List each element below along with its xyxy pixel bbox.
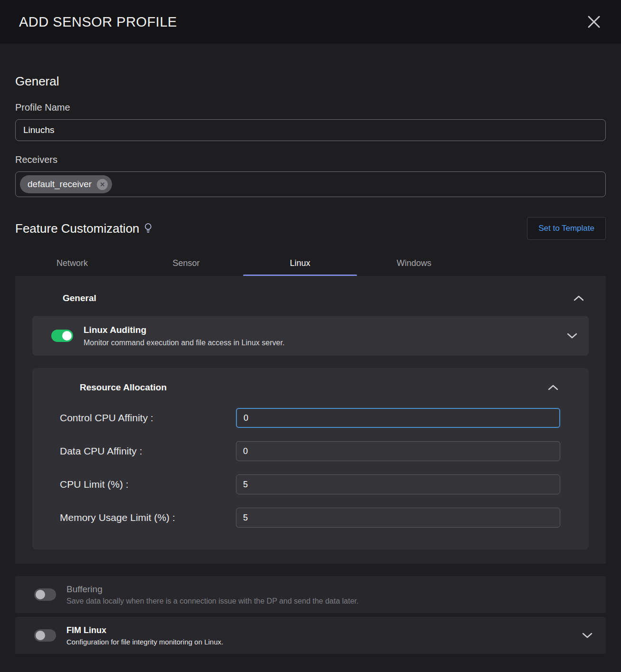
data-cpu-affinity-input[interactable] xyxy=(236,441,560,461)
linux-auditing-toggle[interactable] xyxy=(51,330,73,342)
feature-tabs: Network Sensor Linux Windows xyxy=(15,251,606,276)
cpu-limit-label: CPU Limit (%) : xyxy=(60,479,236,490)
chevron-up-icon xyxy=(548,384,558,391)
feature-customization-row: Feature Customization Set to Template xyxy=(15,217,606,240)
modal-body: General Profile Name Receivers default_r… xyxy=(0,74,621,654)
linux-auditing-card: Linux Auditing Monitor command execution… xyxy=(32,316,589,356)
linux-tab-panel: General Linux Auditing Monitor command e… xyxy=(15,276,606,564)
resource-allocation-title: Resource Allocation xyxy=(80,382,167,393)
tab-windows[interactable]: Windows xyxy=(357,251,471,276)
profile-name-label: Profile Name xyxy=(15,102,606,113)
expand-fim-linux-button[interactable] xyxy=(580,628,594,643)
buffering-title: Buffering xyxy=(66,584,594,595)
tab-network[interactable]: Network xyxy=(15,251,129,276)
linux-auditing-description: Monitor command execution and file acces… xyxy=(84,339,565,347)
fim-linux-text: FIM Linux Configuration for file integri… xyxy=(66,625,580,646)
receiver-chip: default_receiver ✕ xyxy=(20,175,112,193)
feature-customization-title: Feature Customization xyxy=(15,221,140,236)
receivers-label: Receivers xyxy=(15,154,606,165)
data-cpu-affinity-label: Data CPU Affinity : xyxy=(60,445,236,457)
control-cpu-affinity-input[interactable] xyxy=(236,408,560,428)
control-cpu-affinity-label: Control CPU Affinity : xyxy=(60,412,236,424)
chip-remove-icon[interactable]: ✕ xyxy=(97,179,108,190)
tab-linux[interactable]: Linux xyxy=(243,251,357,276)
profile-name-input[interactable] xyxy=(15,119,606,141)
close-button[interactable] xyxy=(585,13,603,31)
fim-linux-card: FIM Linux Configuration for file integri… xyxy=(15,617,606,654)
panel-general-header[interactable]: General xyxy=(32,284,589,312)
close-icon xyxy=(587,15,601,29)
expand-linux-auditing-button[interactable] xyxy=(565,329,579,343)
fim-linux-description: Configuration for file integrity monitor… xyxy=(66,638,580,646)
tab-sensor[interactable]: Sensor xyxy=(129,251,243,276)
feature-customization-heading: Feature Customization xyxy=(15,221,152,236)
linux-auditing-title: Linux Auditing xyxy=(84,325,565,335)
chevron-down-icon xyxy=(567,332,577,339)
memory-usage-limit-row: Memory Usage Limit (%) : xyxy=(60,508,560,528)
receivers-input[interactable]: default_receiver ✕ xyxy=(15,171,606,197)
memory-usage-limit-input[interactable] xyxy=(236,508,560,528)
collapse-resource-allocation-button[interactable] xyxy=(546,380,560,395)
fim-linux-toggle[interactable] xyxy=(34,629,56,642)
lightbulb-icon xyxy=(144,223,152,234)
cpu-limit-input[interactable] xyxy=(236,474,560,494)
data-cpu-affinity-row: Data CPU Affinity : xyxy=(60,441,560,461)
panel-general-title: General xyxy=(63,293,96,303)
chevron-down-icon xyxy=(582,632,593,639)
set-to-template-button[interactable]: Set to Template xyxy=(527,217,606,240)
chevron-up-icon xyxy=(574,295,584,302)
modal-title: ADD SENSOR PROFILE xyxy=(19,14,177,30)
collapse-general-button[interactable] xyxy=(572,291,586,305)
buffering-toggle[interactable] xyxy=(34,588,56,601)
control-cpu-affinity-row: Control CPU Affinity : xyxy=(60,408,560,428)
linux-auditing-text: Linux Auditing Monitor command execution… xyxy=(84,325,565,347)
modal-header: ADD SENSOR PROFILE xyxy=(0,0,621,44)
cpu-limit-row: CPU Limit (%) : xyxy=(60,474,560,494)
buffering-text: Buffering Save data locally when there i… xyxy=(66,584,594,606)
receiver-chip-label: default_receiver xyxy=(28,179,92,189)
buffering-description: Save data locally when there is a connec… xyxy=(66,597,594,606)
general-heading: General xyxy=(15,74,606,89)
resource-allocation-card: Resource Allocation Control CPU Affinity… xyxy=(32,368,589,549)
memory-usage-limit-label: Memory Usage Limit (%) : xyxy=(60,512,236,523)
buffering-card: Buffering Save data locally when there i… xyxy=(15,576,606,613)
resource-allocation-header[interactable]: Resource Allocation xyxy=(60,380,560,395)
fim-linux-title: FIM Linux xyxy=(66,625,580,635)
